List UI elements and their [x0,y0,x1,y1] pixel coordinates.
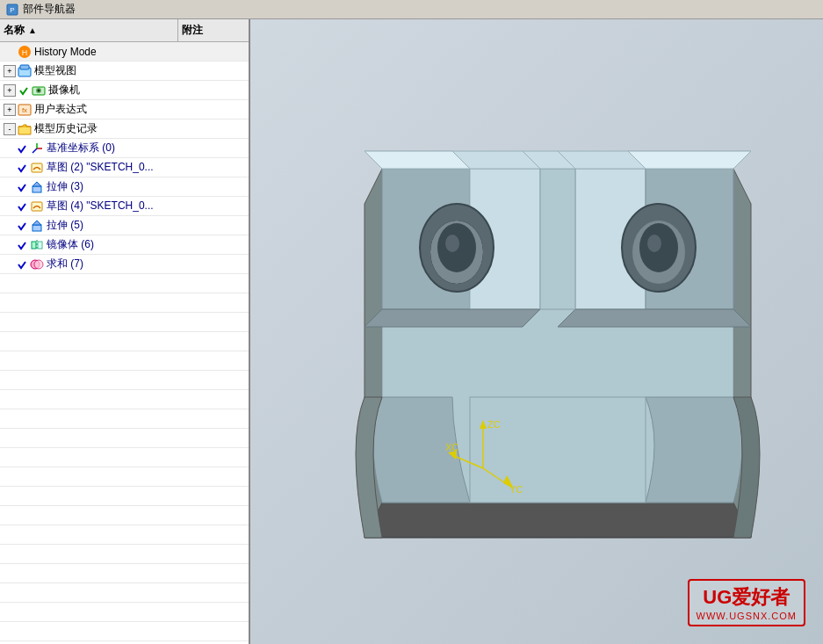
title-bar-icon: P [5,3,19,17]
empty-row [0,545,249,564]
sketch-4-icon [30,199,44,213]
nav-item-history-mode[interactable]: H History Mode [0,42,249,62]
expand-user-expr[interactable]: + [4,104,16,116]
empty-row [0,525,249,545]
model-history-label: 模型历史记录 [34,121,97,136]
mirror-6-label: 镜像体 (6) [47,237,94,252]
axes-svg: ZC XC YC [444,416,523,495]
main-layout: 名称 ▲ 附注 H History Mode [0,19,823,644]
empty-row [0,351,249,371]
datum-csys-label: 基准坐标系 (0) [47,141,115,156]
watermark-line2: WWW.UGSNX.COM [697,611,797,621]
unite-7-icon [30,257,44,271]
svg-marker-40 [628,151,751,169]
svg-rect-5 [20,65,29,69]
3d-model [294,63,821,573]
svg-line-13 [32,148,37,153]
svg-marker-16 [32,182,41,186]
empty-row [0,274,249,293]
model-svg [294,63,821,573]
svg-marker-31 [365,309,540,327]
empty-row [0,313,249,332]
svg-text:H: H [22,48,28,57]
nav-item-extrude-5[interactable]: 拉伸 (5) [0,216,249,235]
check-camera [18,84,30,97]
empty-row [0,390,249,409]
svg-point-24 [34,260,43,269]
camera-icon [32,83,46,98]
nav-item-unite-7[interactable]: 求和 (7) [0,255,249,274]
datum-csys-icon [30,141,44,156]
nav-item-extrude-3[interactable]: 拉伸 (3) [0,177,249,197]
empty-row [0,332,249,351]
nav-item-sketch-2[interactable]: 草图 (2) "SKETCH_0... [0,158,249,177]
extrude-5-label: 拉伸 (5) [47,218,83,233]
user-expr-label: 用户表达式 [34,102,87,117]
empty-row [0,293,249,313]
model-view-label: 模型视图 [34,63,76,78]
model-view-icon [18,64,32,78]
user-expr-icon: fx [18,103,32,117]
nav-item-model-view[interactable]: + 模型视图 [0,62,249,81]
expand-model-view[interactable]: + [4,65,16,77]
navigator-panel: 名称 ▲ 附注 H History Mode [0,19,250,644]
unite-7-label: 求和 (7) [47,257,83,271]
empty-row [0,409,249,429]
nav-item-datum-csys[interactable]: 基准坐标系 (0) [0,139,249,158]
nav-empty-rows [0,274,249,644]
nav-item-user-expr[interactable]: + fx 用户表达式 [0,100,249,119]
empty-row [0,622,249,641]
empty-row [0,603,249,622]
expand-model-history[interactable]: - [4,123,16,135]
sketch-2-label: 草图 (2) "SKETCH_0... [47,160,154,175]
svg-marker-35 [540,169,575,309]
empty-row [0,487,249,506]
empty-row [0,429,249,448]
title-bar-title: 部件导航器 [23,2,76,17]
history-mode-label: History Mode [34,46,97,58]
sketch-2-icon [30,161,44,175]
nav-column-header: 名称 ▲ 附注 [0,19,249,42]
empty-row [0,583,249,603]
nav-items-list: H History Mode + 模型视图 + [0,42,249,644]
svg-text:fx: fx [22,106,27,114]
svg-point-49 [647,235,661,252]
mirror-6-icon [30,238,44,252]
sort-arrow: ▲ [28,25,37,35]
watermark: UG爱好者 WWW.UGSNX.COM [688,579,805,626]
svg-marker-52 [480,420,487,429]
check-datum [16,142,28,155]
nav-item-sketch-4[interactable]: 草图 (4) "SKETCH_0... [0,197,249,216]
svg-marker-34 [558,309,751,327]
empty-row [0,564,249,583]
coordinate-axes: ZC XC YC [444,416,514,486]
col-name-header: 名称 ▲ [0,19,178,41]
model-history-folder-icon [18,122,32,136]
svg-text:P: P [10,6,14,14]
sketch-4-label: 草图 (4) "SKETCH_0... [47,199,154,213]
col-note-header: 附注 [178,19,249,41]
watermark-line1: UG爱好者 [697,584,797,611]
empty-row [0,371,249,390]
svg-rect-21 [38,242,42,249]
history-icon: H [18,45,32,59]
svg-marker-19 [32,221,41,225]
svg-marker-25 [365,503,751,538]
check-extrude-3 [16,181,28,193]
expand-camera[interactable]: + [4,84,16,97]
empty-row [0,448,249,467]
extrude-5-icon [30,219,44,233]
extrude-3-label: 拉伸 (3) [47,179,83,194]
nav-item-mirror-6[interactable]: 镜像体 (6) [0,235,249,255]
camera-label: 摄像机 [48,83,80,98]
svg-point-45 [445,235,459,252]
3d-viewport[interactable]: ZC XC YC UG爱好者 WWW.UGSNX.COM [250,19,823,644]
nav-item-model-history[interactable]: - 模型历史记录 [0,119,249,139]
zc-label: ZC [487,419,501,430]
check-unite-7 [16,258,28,271]
svg-point-8 [38,89,40,91]
empty-row [0,506,249,525]
svg-line-53 [452,455,483,468]
nav-item-camera[interactable]: + 摄像机 [0,81,249,100]
check-extrude-5 [16,220,28,232]
